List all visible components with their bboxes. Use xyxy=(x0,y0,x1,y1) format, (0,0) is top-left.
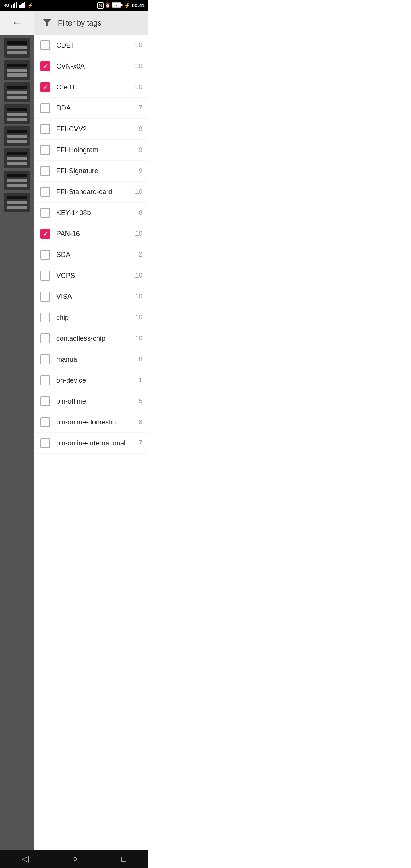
filter-item-ffi-hologram[interactable]: FFI-Hologram9 xyxy=(34,140,148,161)
filter-item-on-device[interactable]: on-device1 xyxy=(34,370,148,391)
filter-item-sda[interactable]: SDA2 xyxy=(34,244,148,265)
tag-label-pin-online-international: pin-online-international xyxy=(56,439,133,447)
filter-item-cvn-x0a[interactable]: CVN-x0A10 xyxy=(34,56,148,77)
tag-count-pan-16: 10 xyxy=(133,230,142,238)
tag-label-credit: Credit xyxy=(56,83,133,91)
tag-count-key-1408b: 8 xyxy=(133,209,142,217)
sidebar-card-5[interactable] xyxy=(4,126,30,146)
sidebar-card-3[interactable] xyxy=(4,82,30,102)
checkbox-ffi-standard-card[interactable] xyxy=(40,187,50,197)
filter-item-chip[interactable]: chip10 xyxy=(34,307,148,328)
time-display: 00:41 xyxy=(132,3,145,8)
sidebar-card-6[interactable] xyxy=(4,148,30,168)
card-line-mid2 xyxy=(7,51,27,54)
card-line-mid2 xyxy=(7,140,27,143)
signal-4g: 4G xyxy=(4,3,10,8)
status-right: N ⏰ 100 ⚡ 00:41 xyxy=(97,2,145,9)
nav-recents-button[interactable]: □ xyxy=(114,851,134,867)
checkbox-sda[interactable] xyxy=(40,250,50,260)
card-line-top xyxy=(7,64,27,67)
alarm-icon: ⏰ xyxy=(105,3,110,8)
svg-rect-6 xyxy=(22,3,24,8)
filter-item-dda[interactable]: DDA7 xyxy=(34,98,148,119)
checkbox-on-device[interactable] xyxy=(40,375,50,385)
nfc-icon: N xyxy=(97,2,103,9)
card-line-top xyxy=(7,130,27,133)
checkbox-pin-online-international[interactable] xyxy=(40,438,50,448)
tag-label-ffi-hologram: FFI-Hologram xyxy=(56,146,133,154)
sidebar-card-2[interactable] xyxy=(4,60,30,80)
tag-label-sda: SDA xyxy=(56,251,133,259)
card-line-mid1 xyxy=(7,179,27,182)
filter-item-ffi-cvv2[interactable]: FFI-CVV29 xyxy=(34,119,148,140)
tag-label-ffi-cvv2: FFI-CVV2 xyxy=(56,125,133,133)
filter-item-ffi-standard-card[interactable]: FFI-Standard-card10 xyxy=(34,182,148,203)
svg-rect-1 xyxy=(13,4,14,8)
filter-item-pin-online-international[interactable]: pin-online-international7 xyxy=(34,433,148,454)
card-line-top xyxy=(7,86,27,89)
checkbox-cvn-x0a[interactable] xyxy=(40,61,50,71)
checkbox-vcps[interactable] xyxy=(40,271,50,281)
sidebar-card-4[interactable] xyxy=(4,104,30,124)
filter-header: Filter by tags xyxy=(34,11,148,35)
tag-label-ffi-signature: FFI-Signature xyxy=(56,167,133,175)
checkbox-ffi-signature[interactable] xyxy=(40,166,50,176)
checkbox-manual[interactable] xyxy=(40,354,50,364)
tag-label-visa: VISA xyxy=(56,293,133,301)
filter-item-visa[interactable]: VISA10 xyxy=(34,286,148,307)
bolt-icon: ⚡ xyxy=(124,2,131,8)
signal-bars xyxy=(11,2,18,8)
filter-item-pan-16[interactable]: PAN-1610 xyxy=(34,223,148,244)
back-button[interactable]: ← xyxy=(0,11,34,35)
tag-label-cvn-x0a: CVN-x0A xyxy=(56,62,133,70)
filter-item-cdet[interactable]: CDET10 xyxy=(34,35,148,56)
checkbox-ffi-cvv2[interactable] xyxy=(40,124,50,134)
checkbox-cdet[interactable] xyxy=(40,40,50,50)
tag-count-chip: 10 xyxy=(133,314,142,321)
svg-rect-9 xyxy=(121,4,122,6)
nav-back-button[interactable]: ◁ xyxy=(14,851,36,867)
tag-count-ffi-cvv2: 9 xyxy=(133,125,142,133)
filter-item-vcps[interactable]: VCPS10 xyxy=(34,265,148,286)
svg-rect-0 xyxy=(11,5,12,8)
tag-count-ffi-standard-card: 10 xyxy=(133,188,142,196)
filter-item-pin-offline[interactable]: pin-offline5 xyxy=(34,391,148,412)
svg-rect-5 xyxy=(21,4,22,8)
tag-label-ffi-standard-card: FFI-Standard-card xyxy=(56,188,133,196)
checkbox-pan-16[interactable] xyxy=(40,229,50,239)
filter-item-contactless-chip[interactable]: contactless-chip10 xyxy=(34,328,148,349)
bottom-navigation: ◁ ○ □ xyxy=(0,850,148,868)
checkbox-pin-offline[interactable] xyxy=(40,396,50,406)
tag-label-pin-offline: pin-offline xyxy=(56,397,133,405)
tag-count-credit: 10 xyxy=(133,83,142,91)
checkbox-visa[interactable] xyxy=(40,292,50,302)
checkbox-contactless-chip[interactable] xyxy=(40,333,50,343)
checkbox-chip[interactable] xyxy=(40,313,50,322)
tag-label-vcps: VCPS xyxy=(56,272,133,280)
tag-count-dda: 7 xyxy=(133,104,142,112)
tag-count-cvn-x0a: 10 xyxy=(133,62,142,70)
tag-count-pin-online-international: 7 xyxy=(133,439,142,447)
sidebar-card-8[interactable] xyxy=(4,193,30,212)
filter-item-credit[interactable]: Credit10 xyxy=(34,77,148,98)
filter-item-key-1408b[interactable]: KEY-1408b8 xyxy=(34,203,148,223)
checkbox-dda[interactable] xyxy=(40,103,50,113)
checkbox-credit[interactable] xyxy=(40,82,50,92)
card-line-mid2 xyxy=(7,184,27,187)
nav-home-button[interactable]: ○ xyxy=(65,851,85,867)
filter-item-pin-online-domestic[interactable]: pin-online-domestic8 xyxy=(34,412,148,433)
filter-item-ffi-signature[interactable]: FFI-Signature9 xyxy=(34,161,148,182)
card-line-mid1 xyxy=(7,46,27,49)
filter-item-manual[interactable]: manual8 xyxy=(34,349,148,370)
checkbox-key-1408b[interactable] xyxy=(40,208,50,218)
card-line-mid1 xyxy=(7,135,27,138)
card-line-top xyxy=(7,41,27,45)
sidebar-card-1[interactable] xyxy=(4,38,30,58)
sidebar xyxy=(0,35,34,850)
sidebar-card-7[interactable] xyxy=(4,171,30,190)
tag-label-manual: manual xyxy=(56,356,133,364)
checkbox-pin-online-domestic[interactable] xyxy=(40,417,50,427)
checkbox-ffi-hologram[interactable] xyxy=(40,145,50,155)
tag-count-pin-offline: 5 xyxy=(133,397,142,405)
tag-label-key-1408b: KEY-1408b xyxy=(56,209,133,217)
